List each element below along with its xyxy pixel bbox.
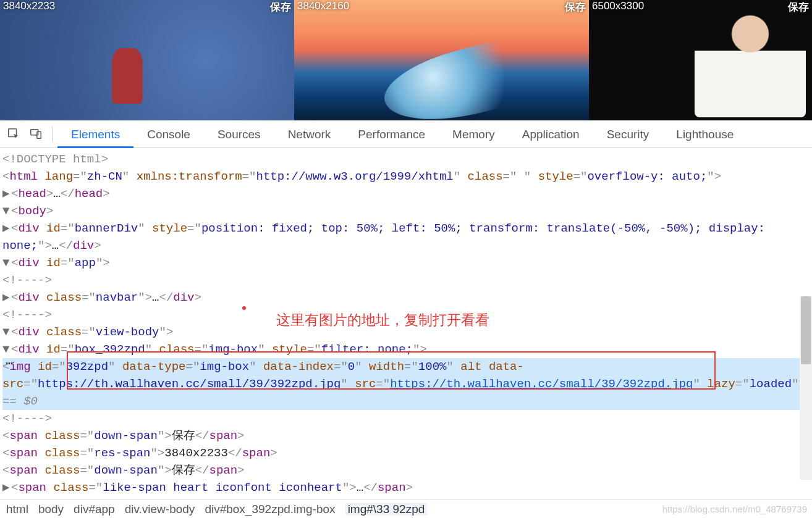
tab-sources[interactable]: Sources <box>204 120 274 148</box>
scrollbar-thumb[interactable] <box>801 296 811 364</box>
watermark: https://blog.csdn.net/m0_48769739 <box>662 504 807 514</box>
device-toggle-icon[interactable] <box>25 123 47 145</box>
elements-tree[interactable]: ⋯ <!DOCTYPE html> <html lang="zh-CN" xml… <box>0 148 812 499</box>
tab-console[interactable]: Console <box>133 120 204 148</box>
separator <box>52 127 53 141</box>
resolution-badge: 3840x2160 <box>297 0 349 12</box>
breadcrumb-item[interactable]: div#box_392zpd.img-box <box>205 503 335 516</box>
scrollbar-vertical[interactable] <box>800 296 812 480</box>
thumbnail-strip: 3840x2233 保存 3840x2160 保存 6500x3300 保存 <box>0 0 812 120</box>
tab-elements[interactable]: Elements <box>57 120 133 148</box>
breadcrumb-item[interactable]: html <box>6 503 28 516</box>
save-button[interactable]: 保存 <box>565 0 586 14</box>
tab-performance[interactable]: Performance <box>344 120 439 148</box>
breadcrumb-item[interactable]: div.view-body <box>125 503 195 516</box>
tab-lighthouse[interactable]: Lighthouse <box>662 120 747 148</box>
selected-dom-node: <img id="392zpd" data-type="img-box" dat… <box>2 358 812 410</box>
thumbnail-3[interactable]: 6500x3300 保存 <box>589 0 812 120</box>
gutter-dots-icon[interactable]: ⋯ <box>0 356 19 373</box>
resolution-badge: 3840x2233 <box>3 0 55 12</box>
tab-security[interactable]: Security <box>593 120 663 148</box>
save-button[interactable]: 保存 <box>788 0 809 14</box>
breadcrumb-item[interactable]: body <box>38 503 64 516</box>
inspect-icon[interactable] <box>2 123 25 145</box>
thumbnail-1[interactable]: 3840x2233 保存 <box>0 0 294 120</box>
save-button[interactable]: 保存 <box>270 0 291 14</box>
thumbnail-2[interactable]: 3840x2160 保存 <box>294 0 589 120</box>
breadcrumb-item[interactable]: img#\33 92zpd <box>345 503 428 516</box>
annotation-text: 这里有图片的地址，复制打开看看 <box>276 311 489 328</box>
tab-application[interactable]: Application <box>509 120 593 148</box>
tab-memory[interactable]: Memory <box>439 120 509 148</box>
devtools-tabs: ElementsConsoleSourcesNetworkPerformance… <box>57 120 747 148</box>
annotation-dot <box>242 306 246 310</box>
devtools-tabbar: ElementsConsoleSourcesNetworkPerformance… <box>0 120 812 148</box>
resolution-badge: 6500x3300 <box>592 0 644 12</box>
breadcrumb-item[interactable]: div#app <box>74 503 115 516</box>
tab-network[interactable]: Network <box>274 120 345 148</box>
